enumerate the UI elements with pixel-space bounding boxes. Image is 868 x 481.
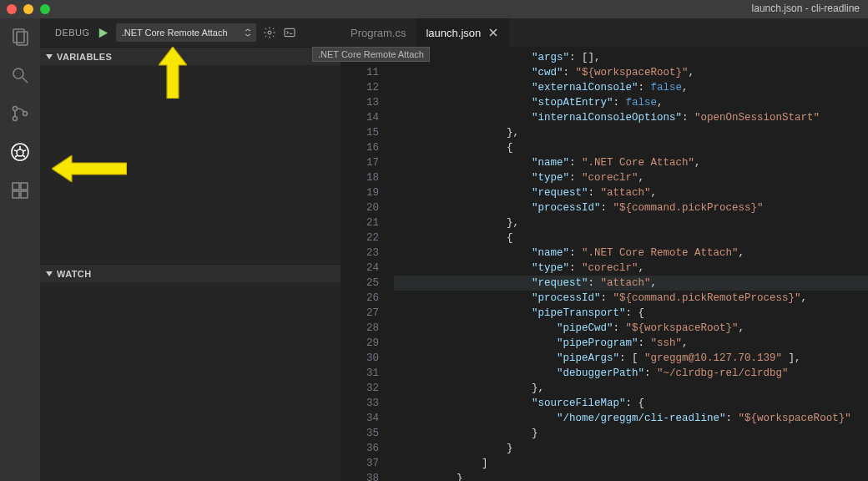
svg-rect-20 [285, 28, 295, 36]
svg-line-13 [23, 155, 25, 157]
editor-area: Program.cs launch.json 10111213141516171… [341, 18, 868, 481]
activity-bar [0, 18, 40, 481]
search-icon[interactable] [8, 63, 32, 87]
variables-section-header[interactable]: VARIABLES [40, 47, 341, 65]
debug-icon[interactable] [8, 140, 32, 164]
svg-rect-16 [13, 191, 19, 198]
editor-tab-bar: Program.cs launch.json [341, 18, 868, 47]
window-controls [7, 4, 50, 14]
debug-toolbar: DEBUG .NET Core Remote Attach [40, 18, 341, 47]
line-number-gutter: 1011121314151617181920212223242526272829… [341, 47, 391, 481]
svg-rect-14 [13, 183, 19, 190]
svg-point-4 [13, 107, 18, 111]
window-minimize-button[interactable] [23, 4, 33, 14]
tab-label: Program.cs [351, 27, 406, 39]
debug-console-button[interactable] [283, 26, 296, 39]
svg-point-6 [23, 112, 28, 116]
svg-point-8 [17, 149, 23, 156]
svg-point-2 [13, 68, 23, 78]
debug-config-select-wrap: .NET Core Remote Attach [116, 23, 256, 42]
svg-line-10 [14, 150, 18, 151]
code-content[interactable]: "args": [], "cwd": "${workspaceRoot}", "… [391, 47, 868, 481]
svg-rect-15 [21, 183, 28, 190]
svg-rect-17 [21, 191, 28, 198]
window-title: launch.json - cli-readline [752, 3, 860, 14]
twistie-down-icon [45, 53, 53, 61]
svg-marker-18 [98, 28, 107, 37]
extensions-icon[interactable] [8, 179, 32, 202]
tab-program-cs[interactable]: Program.cs [341, 18, 416, 47]
debug-config-tooltip: .NET Core Remote Attach [312, 47, 430, 62]
svg-line-12 [15, 155, 18, 157]
debug-sidebar: DEBUG .NET Core Remote Attach .NET Core … [40, 18, 341, 481]
svg-point-5 [13, 117, 18, 121]
debug-settings-button[interactable] [263, 26, 276, 39]
variables-section-label: VARIABLES [57, 52, 112, 62]
svg-marker-21 [46, 54, 53, 59]
watch-section-header[interactable]: WATCH [40, 264, 341, 282]
debug-config-select[interactable]: .NET Core Remote Attach [116, 23, 256, 42]
tab-close-button[interactable] [487, 27, 499, 38]
twistie-down-icon [45, 270, 53, 278]
tab-label: launch.json [426, 27, 481, 39]
svg-marker-22 [46, 271, 53, 276]
tab-launch-json[interactable]: launch.json [416, 18, 509, 47]
watch-section-label: WATCH [57, 269, 92, 279]
source-control-icon[interactable] [8, 102, 32, 125]
watch-section-body [40, 282, 341, 481]
window-close-button[interactable] [7, 4, 17, 14]
svg-line-11 [23, 150, 26, 151]
explorer-icon[interactable] [8, 25, 32, 48]
debug-header-label: DEBUG [55, 28, 90, 38]
svg-point-19 [268, 31, 271, 34]
start-debug-button[interactable] [97, 27, 109, 39]
svg-line-3 [23, 78, 28, 83]
window-titlebar: launch.json - cli-readline [0, 0, 868, 18]
window-maximize-button[interactable] [40, 4, 50, 14]
variables-section-body [40, 65, 341, 264]
code-editor[interactable]: 1011121314151617181920212223242526272829… [341, 47, 868, 481]
